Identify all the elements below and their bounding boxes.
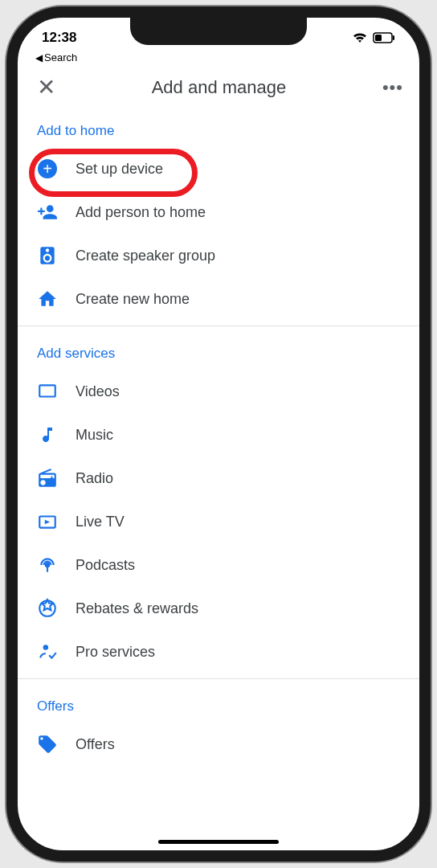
home-icon bbox=[37, 289, 58, 309]
list-item-label: Podcasts bbox=[76, 557, 135, 574]
phone-frame: 12:38 ◀ Search ✕ Add and manage ••• Add … bbox=[6, 6, 431, 862]
video-icon bbox=[37, 381, 58, 402]
list-item-label: Pro services bbox=[76, 644, 155, 661]
list-item-add-person[interactable]: Add person to home bbox=[18, 190, 419, 234]
list-item-label: Rebates & rewards bbox=[76, 600, 198, 617]
header: ✕ Add and manage ••• bbox=[18, 68, 419, 108]
live-tv-icon bbox=[37, 511, 58, 532]
list-item-podcasts[interactable]: Podcasts bbox=[18, 543, 419, 587]
list-item-label: Radio bbox=[76, 470, 113, 487]
more-icon[interactable]: ••• bbox=[382, 77, 403, 98]
speaker-group-icon bbox=[37, 245, 58, 266]
list-item-offers[interactable]: Offers bbox=[18, 723, 419, 766]
list-item-label: Offers bbox=[76, 736, 115, 753]
list-item-set-up-device[interactable]: + Set up device bbox=[18, 147, 419, 190]
list-item-live-tv[interactable]: Live TV bbox=[18, 500, 419, 543]
list-item-label: Create speaker group bbox=[76, 248, 215, 264]
list-item-rebates-rewards[interactable]: Rebates & rewards bbox=[18, 587, 419, 630]
plus-circle-icon: + bbox=[37, 158, 58, 179]
breadcrumb-label: Search bbox=[44, 51, 77, 63]
list-item-label: Music bbox=[76, 427, 113, 444]
page-title: Add and manage bbox=[152, 77, 287, 98]
section-header-offers: Offers bbox=[18, 684, 419, 723]
close-icon[interactable]: ✕ bbox=[37, 76, 55, 99]
back-arrow-icon: ◀ bbox=[35, 52, 43, 63]
person-add-icon bbox=[37, 202, 58, 223]
podcast-icon bbox=[37, 555, 58, 575]
list-item-label: Create new home bbox=[76, 291, 190, 308]
list-item-radio[interactable]: Radio bbox=[18, 457, 419, 500]
svg-rect-2 bbox=[393, 35, 394, 40]
list-item-videos[interactable]: Videos bbox=[18, 370, 419, 413]
list-item-label: Add person to home bbox=[76, 204, 206, 221]
battery-icon bbox=[373, 32, 395, 43]
offer-tag-icon bbox=[37, 734, 58, 755]
section-header-add-services: Add services bbox=[18, 331, 419, 370]
divider bbox=[18, 678, 419, 679]
list-item-pro-services[interactable]: Pro services bbox=[18, 630, 419, 674]
svg-rect-3 bbox=[39, 385, 55, 396]
breadcrumb[interactable]: ◀ Search bbox=[18, 50, 419, 68]
svg-point-7 bbox=[43, 645, 49, 650]
list-item-music[interactable]: Music bbox=[18, 413, 419, 457]
list-item-create-home[interactable]: Create new home bbox=[18, 277, 419, 321]
radio-icon bbox=[37, 468, 58, 489]
divider bbox=[18, 326, 419, 326]
svg-rect-1 bbox=[375, 35, 382, 41]
rewards-icon bbox=[37, 598, 58, 619]
section-header-add-to-home: Add to home bbox=[18, 108, 419, 147]
home-indicator[interactable] bbox=[158, 840, 279, 844]
list-item-label: Videos bbox=[76, 383, 120, 400]
wifi-icon bbox=[352, 31, 368, 44]
list-item-label: Live TV bbox=[76, 514, 125, 530]
list-item-speaker-group[interactable]: Create speaker group bbox=[18, 234, 419, 277]
status-time: 12:38 bbox=[42, 30, 76, 46]
notch bbox=[130, 18, 307, 45]
svg-point-5 bbox=[46, 563, 49, 567]
pro-services-icon bbox=[37, 641, 58, 662]
music-icon bbox=[37, 424, 58, 445]
list-item-label: Set up device bbox=[76, 161, 163, 178]
